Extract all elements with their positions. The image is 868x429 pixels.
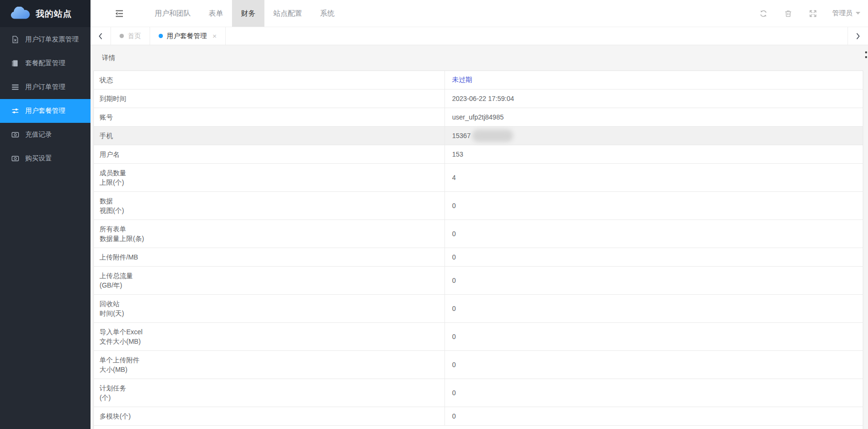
row-value: 未过期 (445, 71, 863, 89)
row-label: 状态 (94, 71, 445, 89)
row-value-text: 0 (452, 253, 456, 261)
row-label: 手机 (94, 127, 445, 145)
table-row-partial (94, 426, 863, 429)
sidebar-menu: 用户订单发票管理 套餐配置管理 用户订单管理 用户套餐管理 (0, 27, 91, 170)
row-value: 0 (445, 379, 863, 407)
row-label: 用户名 (94, 145, 445, 163)
section-title: 详情 (91, 45, 868, 70)
row-value-text: 153 (452, 150, 463, 158)
row-label: 计划任务 (个) (94, 379, 445, 407)
nav-item-finance[interactable]: 财务 (232, 0, 264, 27)
sidebar-item-recharge-records[interactable]: 充值记录 (0, 123, 91, 147)
sidebar-item-label: 购买设置 (25, 154, 52, 163)
table-row: 账号user_ufp2tj84985 (94, 108, 863, 127)
navbar-right: 管理员 (743, 9, 868, 18)
fullscreen-button[interactable] (809, 10, 817, 18)
row-value: 0 (445, 248, 863, 266)
table-row: 单个上传附件 大小(MB)0 (94, 351, 863, 379)
row-value: 0 (445, 323, 863, 350)
nav-item-forms[interactable]: 表单 (200, 0, 232, 27)
row-value-text: 15367 (452, 132, 471, 140)
row-label: 导入单个Excel 文件大小(MB) (94, 323, 445, 350)
row-value: 2023-06-22 17:59:04 (445, 90, 863, 108)
tab-label: 用户套餐管理 (167, 32, 207, 40)
row-value-text: 0 (452, 333, 456, 340)
table-row: 所有表单 数据量上限(条)0 (94, 220, 863, 248)
row-value-text: user_ufp2tj84985 (452, 113, 504, 121)
row-label: 到期时间 (94, 90, 445, 108)
table-row: 回收站 时间(天)0 (94, 295, 863, 323)
cloud-logo-icon (10, 7, 30, 20)
table-row: 成员数量 上限(个)4 (94, 164, 863, 192)
collapse-sidebar-button[interactable] (113, 9, 126, 18)
tab-label: 首页 (128, 32, 141, 40)
refresh-button[interactable] (759, 10, 767, 18)
row-label: 账号 (94, 108, 445, 126)
table-row: 手机15367 (94, 127, 863, 145)
sidebar-item-label: 用户订单发票管理 (25, 35, 79, 44)
sidebar: 我的站点 用户订单发票管理 套餐配置管理 用户订单管理 (0, 0, 91, 429)
sidebar-item-purchase-settings[interactable]: 购买设置 (0, 147, 91, 170)
tab-dot-icon (120, 34, 124, 38)
nav-item-system[interactable]: 系统 (311, 0, 343, 27)
banknote-icon (11, 131, 19, 139)
row-label: 单个上传附件 大小(MB) (94, 351, 445, 379)
refresh-icon (759, 10, 767, 18)
table-row: 上传附件/MB0 (94, 248, 863, 267)
tab-user-package-management[interactable]: 用户套餐管理 × (150, 27, 226, 45)
status-link[interactable]: 未过期 (452, 76, 472, 84)
site-name: 我的站点 (36, 8, 72, 20)
row-value: 4 (445, 164, 863, 191)
row-value: 0 (445, 220, 863, 248)
main-area: 用户和团队 表单 财务 站点配置 系统 管理员 (91, 0, 868, 429)
sidebar-item-user-packages[interactable]: 用户套餐管理 (0, 99, 91, 123)
nav-item-site-config[interactable]: 站点配置 (264, 0, 311, 27)
topnav: 用户和团队 表单 财务 站点配置 系统 (146, 0, 343, 27)
masked-value-blur (472, 130, 513, 142)
row-value: 0 (445, 295, 863, 322)
table-row: 多模块(个)0 (94, 407, 863, 426)
row-value: 0 (445, 407, 863, 425)
collapse-menu-icon (113, 10, 125, 18)
row-value: 153 (445, 145, 863, 163)
row-value: 0 (445, 267, 863, 294)
nav-item-label: 用户和团队 (155, 9, 191, 18)
close-tab-icon[interactable]: × (212, 32, 217, 40)
tab-home[interactable]: 首页 (111, 27, 150, 45)
sidebar-item-user-orders[interactable]: 用户订单管理 (0, 75, 91, 99)
row-value-text: 0 (452, 389, 456, 397)
row-label: 回收站 时间(天) (94, 295, 445, 322)
package-book-icon (11, 60, 19, 67)
logo: 我的站点 (0, 0, 91, 27)
tabs-scroll-right-button[interactable] (848, 27, 868, 45)
row-label: 多模块(个) (94, 407, 445, 425)
sidebar-item-label: 用户订单管理 (25, 83, 65, 91)
tabs-scroll-left-button[interactable] (91, 27, 111, 45)
nav-item-label: 表单 (209, 9, 223, 18)
sidebar-item-package-config[interactable]: 套餐配置管理 (0, 51, 91, 75)
trash-button[interactable] (784, 10, 792, 18)
tab-bar: 首页 用户套餐管理 × (91, 27, 868, 45)
trash-icon (784, 10, 792, 18)
table-row: 到期时间2023-06-22 17:59:04 (94, 90, 863, 108)
order-list-icon (11, 83, 19, 91)
nav-item-users-teams[interactable]: 用户和团队 (146, 0, 200, 27)
table-row: 导入单个Excel 文件大小(MB)0 (94, 323, 863, 351)
invoice-doc-icon (11, 36, 19, 43)
row-value-text: 0 (452, 361, 456, 369)
admin-label: 管理员 (832, 9, 852, 18)
row-value-text: 0 (452, 230, 456, 238)
row-value: 0 (445, 192, 863, 219)
nav-item-label: 财务 (241, 9, 255, 18)
sidebar-item-user-order-invoice[interactable]: 用户订单发票管理 (0, 28, 91, 51)
table-row: 状态未过期 (94, 71, 863, 90)
admin-menu[interactable]: 管理员 (832, 9, 860, 18)
row-label: 上传总流量 (GB/年) (94, 267, 445, 294)
sliders-icon (11, 107, 19, 115)
banknote-icon (11, 155, 19, 162)
detail-table: 状态未过期到期时间2023-06-22 17:59:04账号user_ufp2t… (93, 70, 863, 429)
row-label: 数据 视图(个) (94, 192, 445, 219)
row-value-text: 0 (452, 202, 456, 210)
row-label: 所有表单 数据量上限(条) (94, 220, 445, 248)
table-row: 用户名153 (94, 145, 863, 164)
